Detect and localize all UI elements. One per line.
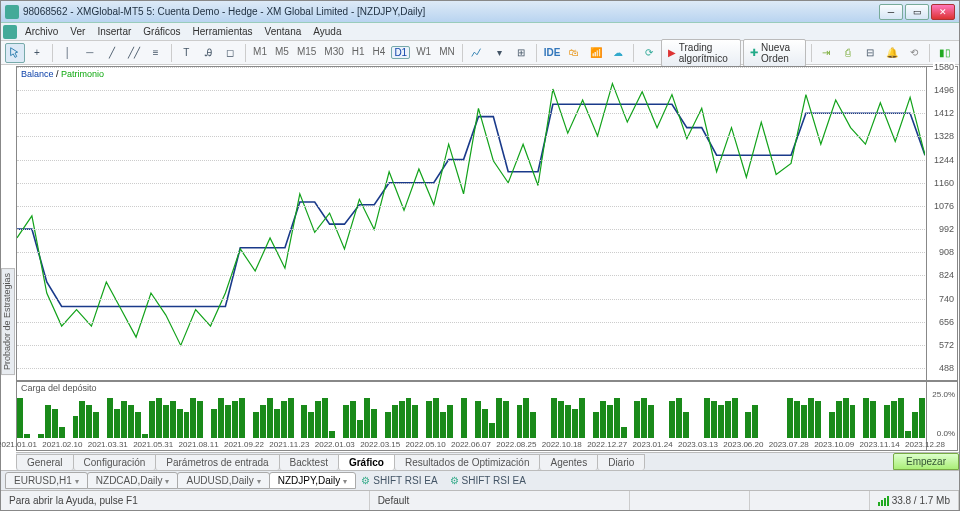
symbol-tabs: EURUSD,H1▾NZDCAD,Daily▾AUDUSD,Daily▾NZDJ… [1,470,959,490]
y-tick: 1160 [933,178,955,188]
crosshair-tool-icon[interactable]: + [27,43,47,63]
x-tick: 2022.03.15 [360,440,400,449]
market-icon[interactable]: 🛍 [564,43,584,63]
symbol-tab[interactable]: NZDJPY,Daily▾ [269,472,357,489]
menu-herramientas[interactable]: Herramientas [187,24,259,39]
tester-tab-diario[interactable]: Diario [597,454,645,470]
start-button[interactable]: Empezar [893,453,959,470]
y-tick: 1580 [933,62,955,72]
status-net-label: 33.8 / 1.7 Mb [892,495,950,506]
tester-tab-backtest[interactable]: Backtest [279,454,339,470]
shapes-tool-icon[interactable]: ◻ [220,43,240,63]
symbol-tab[interactable]: AUDUSD,Daily▾ [177,472,269,489]
battery-icon[interactable]: ▮▯ [935,43,955,63]
chart-legend: Balance / Patrimonio [21,69,104,79]
minimize-button[interactable]: ─ [879,4,903,20]
symbol-tab[interactable]: NZDCAD,Daily▾ [87,472,179,489]
timeframe-M5[interactable]: M5 [273,46,291,59]
menu-insertar[interactable]: Insertar [91,24,137,39]
chart-line-icon[interactable] [467,43,487,63]
deposit-load-subchart[interactable]: Carga del depósito 25.0% 0.0% 2021.01.01… [17,380,957,450]
menu-ventana[interactable]: Ventana [259,24,308,39]
timeframe-W1[interactable]: W1 [414,46,433,59]
timeframe-H1[interactable]: H1 [350,46,367,59]
window-buttons: ─ ▭ ✕ [879,4,955,20]
tester-tab-agentes[interactable]: Agentes [539,454,598,470]
y-tick: 1412 [933,108,955,118]
window-title: 98068562 - XMGlobal-MT5 5: Cuenta Demo -… [23,6,879,17]
timeframe-MN[interactable]: MN [437,46,457,59]
timeframe-M15[interactable]: M15 [295,46,318,59]
tester-tab-gráfico[interactable]: Gráfico [338,454,395,470]
refresh-icon[interactable]: ⟳ [639,43,659,63]
shift-icon[interactable]: ⎙ [838,43,858,63]
algo-trading-label: Trading algorítmico [679,42,734,64]
tester-side-label[interactable]: Probador de Estrategias [1,268,15,375]
sync-icon[interactable]: ⟲ [904,43,924,63]
ea-tab[interactable]: ⚙SHIFT RSI EA [444,473,532,488]
title-bar: 98068562 - XMGlobal-MT5 5: Cuenta Demo -… [1,1,959,23]
timeframe-M30[interactable]: M30 [322,46,345,59]
autoscroll-icon[interactable]: ⇥ [816,43,836,63]
y-tick: 1076 [933,201,955,211]
x-tick: 2022.08.25 [496,440,536,449]
label-tool-icon[interactable]: Ꭿ [198,43,218,63]
x-tick: 2023.11.14 [860,440,900,449]
vline-tool-icon[interactable]: │ [58,43,78,63]
y-tick: 992 [938,224,955,234]
tester-tab-parámetros-de-entrada[interactable]: Parámetros de entrada [155,454,279,470]
close-button[interactable]: ✕ [931,4,955,20]
algo-trading-button[interactable]: ▶Trading algorítmico [661,39,741,67]
app-window: 98068562 - XMGlobal-MT5 5: Cuenta Demo -… [0,0,960,511]
tester-tab-resultados-de-optimización[interactable]: Resultados de Optimización [394,454,541,470]
x-tick: 2023.12.28 [905,440,945,449]
x-tick: 2023.03.13 [678,440,718,449]
timeframe-M1[interactable]: M1 [251,46,269,59]
new-order-label: Nueva Orden [761,42,799,64]
channel-tool-icon[interactable]: ╱╱ [124,43,144,63]
ea-tab[interactable]: ⚙SHIFT RSI EA [355,473,443,488]
y-tick: 656 [938,317,955,327]
status-empty2 [750,491,870,510]
status-empty1 [630,491,750,510]
y-tick: 488 [938,363,955,373]
new-order-button[interactable]: ✚Nueva Orden [743,39,806,67]
timeframe-H4[interactable]: H4 [371,46,388,59]
menu-ver[interactable]: Ver [64,24,91,39]
chart-canvas[interactable]: 4885726567408249089921076116012441328141… [17,67,957,380]
menu-graficos[interactable]: Gráficos [137,24,186,39]
x-tick: 2023.10.09 [814,440,854,449]
chart-type-dropdown-icon[interactable]: ▾ [489,43,509,63]
x-tick: 2021.03.31 [88,440,128,449]
signal-icon [878,496,889,506]
hline-tool-icon[interactable]: ─ [80,43,100,63]
timeframe-D1[interactable]: D1 [391,46,410,59]
alert-icon[interactable]: 🔔 [882,43,902,63]
menu-ayuda[interactable]: Ayuda [307,24,347,39]
x-tick: 2023.06.20 [723,440,763,449]
maximize-button[interactable]: ▭ [905,4,929,20]
cursor-tool-icon[interactable] [5,43,25,63]
sub-y-top: 25.0% [932,390,955,399]
status-connection[interactable]: 33.8 / 1.7 Mb [870,491,959,510]
chart-settings-icon[interactable]: ⊞ [511,43,531,63]
text-tool-icon[interactable]: T [176,43,196,63]
tester-tab-general[interactable]: General [16,454,74,470]
status-profile[interactable]: Default [370,491,630,510]
depth-icon[interactable]: ⊟ [860,43,880,63]
y-tick: 1328 [933,131,955,141]
chart-area: Balance / Patrimonio 4885726567408249089… [16,66,958,451]
menu-archivo[interactable]: Archivo [19,24,64,39]
app-menu-icon[interactable] [3,25,17,39]
trendline-tool-icon[interactable]: ╱ [102,43,122,63]
ide-button[interactable]: IDE [542,43,562,63]
sub-y-bot: 0.0% [937,429,955,438]
signals-icon[interactable]: 📶 [586,43,606,63]
vps-icon[interactable]: ☁ [608,43,628,63]
x-tick: 2021.09.22 [224,440,264,449]
app-icon [5,5,19,19]
tester-tab-configuración[interactable]: Configuración [73,454,157,470]
symbol-tab[interactable]: EURUSD,H1▾ [5,472,88,489]
fibo-tool-icon[interactable]: ≡ [146,43,166,63]
x-tick: 2021.08.11 [179,440,219,449]
